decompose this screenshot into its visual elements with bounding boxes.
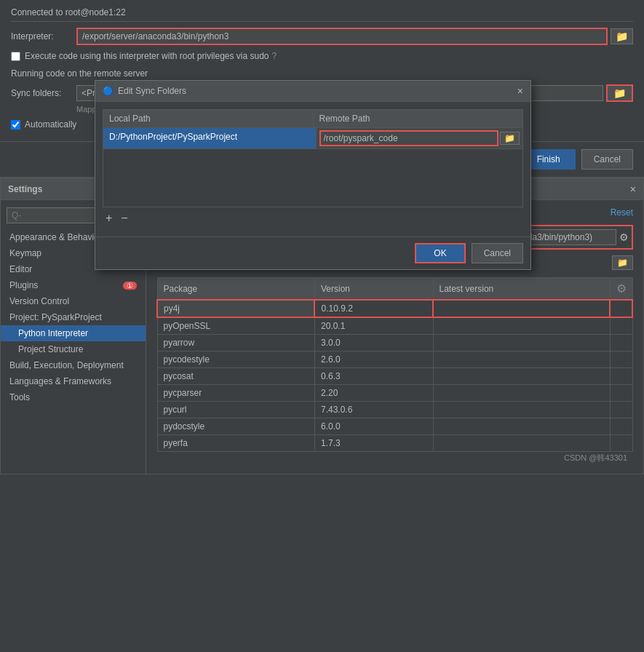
auto-checkbox[interactable]	[11, 120, 20, 130]
package-actions	[610, 418, 632, 435]
sidebar-item-plugins[interactable]: Plugins①	[1, 277, 146, 293]
dialog-ok-button[interactable]: OK	[415, 243, 465, 263]
wizard-cancel-button[interactable]: Cancel	[581, 149, 633, 170]
sidebar-item-label: Plugins	[9, 280, 38, 290]
col-latest: Latest version	[433, 278, 610, 301]
table-row: pycurl7.43.0.6	[157, 402, 632, 418]
dialog-icon: 🔵	[103, 86, 114, 96]
sidebar-item-versioncontrol[interactable]: Version Control	[1, 293, 146, 309]
loading-icon: ⚙	[616, 282, 627, 295]
path-mappings-browse-button[interactable]: 📁	[612, 255, 633, 270]
watermark-area: CSDN @韩43301	[156, 452, 633, 466]
package-name: pyarrow	[157, 335, 314, 351]
sidebar-item-projectstructure[interactable]: Project Structure	[1, 341, 146, 357]
col-actions: ⚙	[610, 278, 632, 301]
package-actions	[610, 368, 632, 385]
running-code-label: Running code on the remote server	[11, 68, 633, 79]
interpreter-field-row: Interpreter: 📁	[11, 28, 633, 45]
sudo-checkbox[interactable]	[11, 52, 20, 61]
sidebar-item-label: Tools	[9, 392, 30, 402]
sidebar-item-languagesframeworks[interactable]: Languages & Frameworks	[1, 373, 146, 389]
package-latest	[433, 418, 610, 435]
package-version: 0.10.9.2	[314, 300, 433, 317]
table-row: pyarrow3.0.0	[157, 335, 632, 351]
table-row: py4j0.10.9.2	[157, 300, 632, 317]
sidebar-item-label: Languages & Frameworks	[9, 376, 111, 386]
interpreter-gear-button[interactable]: ⚙	[619, 231, 629, 243]
package-latest	[433, 300, 610, 317]
package-latest	[433, 402, 610, 418]
settings-close-button[interactable]: ×	[630, 183, 636, 195]
package-version: 0.6.3	[314, 368, 433, 385]
sidebar-item-label: Version Control	[9, 296, 69, 306]
interpreter-input[interactable]	[76, 28, 608, 45]
reset-link[interactable]: Reset	[611, 207, 633, 218]
package-name: pyOpenSSL	[157, 317, 314, 335]
sidebar-item-label: Keymap	[9, 248, 41, 258]
col-package: Package	[157, 278, 314, 301]
sidebar-item-label: Appearance & Behavior	[9, 232, 102, 242]
package-version: 1.7.3	[314, 435, 433, 452]
auto-label: Automatically	[25, 119, 76, 130]
sidebar-item-pythoninterpreter[interactable]: Python Interpreter	[1, 325, 146, 341]
sidebar-item-label: Editor	[9, 264, 32, 274]
question-mark-icon[interactable]: ?	[272, 51, 277, 61]
package-version: 2.6.0	[314, 351, 433, 368]
settings-title: Settings	[8, 184, 42, 194]
sidebar-item-projectpysparkproject[interactable]: Project: PySparkProject	[1, 309, 146, 325]
package-version: 3.0.0	[314, 335, 433, 351]
table-row: pycosat0.6.3	[157, 368, 632, 385]
add-row-button[interactable]: +	[103, 212, 115, 225]
packages-table: Package Version Latest version ⚙ py4j0.1…	[156, 277, 633, 452]
package-actions	[610, 385, 632, 402]
package-version: 7.43.0.6	[314, 402, 433, 418]
package-actions	[610, 300, 632, 317]
remote-browse-button[interactable]: 📁	[500, 132, 520, 145]
sync-browse-button[interactable]: 📁	[606, 84, 633, 102]
package-latest	[433, 317, 610, 335]
package-name: pyerfa	[157, 435, 314, 452]
dialog-close-button[interactable]: ×	[517, 85, 523, 97]
package-version: 20.0.1	[314, 317, 433, 335]
dialog-table-row: D:/PythonProject/PySparkProject 📁	[103, 128, 523, 149]
package-name: py4j	[157, 300, 314, 317]
col-version: Version	[314, 278, 433, 301]
col-remote-path: Remote Path	[314, 110, 523, 127]
package-version: 2.20	[314, 385, 433, 402]
table-row: pyOpenSSL20.0.1	[157, 317, 632, 335]
package-name: pycparser	[157, 385, 314, 402]
package-latest	[433, 385, 610, 402]
sidebar-badge: ①	[123, 282, 137, 290]
remove-row-button[interactable]: −	[118, 212, 130, 225]
dialog-title-text: Edit Sync Folders	[118, 86, 186, 96]
package-actions	[610, 335, 632, 351]
sync-label: Sync folders:	[11, 88, 76, 98]
package-actions	[610, 351, 632, 368]
package-name: pycodestyle	[157, 351, 314, 368]
dialog-empty-area	[103, 149, 523, 207]
connection-text: Connected to root@node1:22	[11, 7, 126, 17]
package-name: pydocstyle	[157, 418, 314, 435]
sidebar-item-buildexecutiondeployment[interactable]: Build, Execution, Deployment	[1, 357, 146, 373]
package-actions	[610, 317, 632, 335]
interpreter-browse-button[interactable]: 📁	[611, 28, 633, 44]
sidebar-item-label: Project Structure	[18, 344, 83, 354]
remote-path-input[interactable]	[319, 130, 499, 146]
connection-bar: Connected to root@node1:22	[11, 7, 633, 22]
local-path-cell: D:/PythonProject/PySparkProject	[103, 128, 317, 148]
sidebar-item-label: Build, Execution, Deployment	[9, 360, 124, 370]
dialog-body: Local Path Remote Path D:/PythonProject/…	[95, 102, 530, 236]
table-row: pyerfa1.7.3	[157, 435, 632, 452]
csdn-watermark: CSDN @韩43301	[564, 453, 627, 464]
dialog-footer: OK Cancel	[95, 236, 530, 269]
package-name: pycurl	[157, 402, 314, 418]
sidebar-item-tools[interactable]: Tools	[1, 389, 146, 405]
package-version: 6.0.0	[314, 418, 433, 435]
interpreter-config-panel: Connected to root@node1:22 Interpreter: …	[0, 0, 644, 141]
sudo-label: Execute code using this interpreter with…	[25, 51, 269, 61]
dialog-cancel-button[interactable]: Cancel	[472, 243, 523, 263]
table-row: pycodestyle2.6.0	[157, 351, 632, 368]
interpreter-label: Interpreter:	[11, 31, 76, 41]
package-name: pycosat	[157, 368, 314, 385]
dialog-title: 🔵 Edit Sync Folders	[103, 86, 186, 96]
